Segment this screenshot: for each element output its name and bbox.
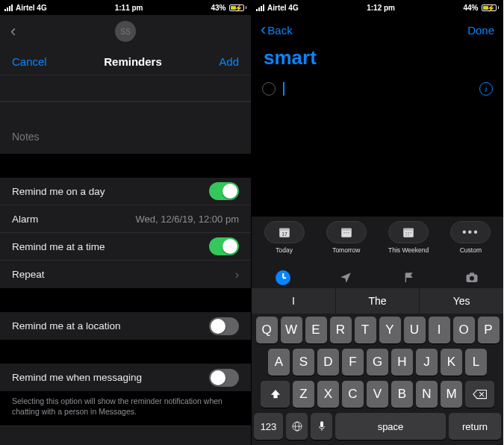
new-reminder-row[interactable]: i [252, 77, 503, 101]
key-f[interactable]: F [342, 349, 364, 376]
notes-field[interactable]: Notes [0, 102, 251, 154]
shift-icon [270, 388, 281, 400]
repeat-row[interactable]: Repeat › [0, 261, 251, 288]
title-field[interactable] [0, 75, 251, 102]
info-icon[interactable]: i [479, 82, 493, 96]
camera-icon [465, 272, 479, 284]
key-i[interactable]: I [429, 317, 450, 343]
remind-location-toggle[interactable] [209, 317, 239, 335]
reminder-checkbox[interactable] [262, 82, 276, 96]
globe-key[interactable] [286, 413, 308, 440]
location-attribute-button[interactable] [337, 270, 354, 286]
key-e[interactable]: E [305, 317, 327, 343]
screenshot-reminder-new: Airtel 4G 1:12 pm 44% ⚡ ‹ Back Done smar… [252, 0, 503, 445]
key-h[interactable]: H [391, 349, 413, 376]
text-cursor [283, 82, 284, 96]
flag-attribute-button[interactable] [401, 270, 417, 286]
alarm-row[interactable]: Alarm Wed, 12/6/19, 12:00 pm [0, 205, 251, 233]
key-t[interactable]: T [355, 317, 376, 343]
key-r[interactable]: R [330, 317, 352, 343]
back-chevron-icon[interactable]: ‹ [10, 22, 16, 41]
key-d[interactable]: D [317, 349, 339, 376]
messaging-footer-text: Selecting this option will show the remi… [0, 391, 251, 426]
key-s[interactable]: S [293, 349, 314, 376]
numbers-key[interactable]: 123 [254, 413, 283, 440]
keyboard-row-2: ASDFGHJKL [254, 349, 501, 376]
done-button[interactable]: Done [467, 24, 494, 37]
quick-today[interactable]: 17 Today [264, 221, 305, 254]
battery-icon: ⚡ [482, 4, 500, 11]
remind-messaging-row: Remind me when messaging [0, 364, 251, 391]
status-bar: Airtel 4G 1:11 pm 43% ⚡ [0, 0, 251, 15]
svg-point-13 [405, 234, 407, 236]
key-u[interactable]: U [404, 317, 426, 343]
key-c[interactable]: C [342, 381, 364, 408]
key-g[interactable]: G [367, 349, 388, 376]
key-m[interactable]: M [441, 381, 462, 408]
svg-rect-1 [279, 228, 290, 231]
remind-messaging-label: Remind me when messaging [12, 372, 142, 383]
key-a[interactable]: A [268, 349, 290, 376]
remind-messaging-toggle[interactable] [209, 369, 239, 387]
key-p[interactable]: P [478, 317, 500, 343]
key-n[interactable]: N [416, 381, 438, 408]
key-x[interactable]: X [317, 381, 339, 408]
key-v[interactable]: V [367, 381, 388, 408]
key-o[interactable]: O [453, 317, 475, 343]
key-q[interactable]: Q [256, 317, 278, 343]
add-button[interactable]: Add [219, 55, 239, 68]
suggestion-2[interactable]: The [336, 288, 420, 314]
svg-point-6 [346, 232, 347, 234]
header-area: ‹ SS [0, 15, 251, 48]
location-arrow-icon [339, 271, 352, 284]
calendar-today-icon: 17 [278, 225, 291, 239]
photo-attribute-button[interactable] [464, 270, 480, 286]
key-b[interactable]: B [391, 381, 413, 408]
key-k[interactable]: K [441, 349, 462, 376]
key-l[interactable]: L [465, 349, 487, 376]
key-z[interactable]: Z [293, 381, 314, 408]
clock-label: 1:11 pm [115, 4, 143, 12]
page-title: Reminders [104, 55, 162, 68]
suggestion-1[interactable]: I [252, 288, 336, 314]
shift-key[interactable] [261, 381, 290, 408]
return-key[interactable]: return [449, 413, 501, 440]
key-j[interactable]: J [416, 349, 438, 376]
remind-day-toggle[interactable] [209, 182, 239, 200]
remind-time-row: Remind me at a time [0, 233, 251, 261]
quick-date-bar: 17 Today Tomorrow This Weekend ••• Custo… [252, 217, 503, 267]
quick-custom[interactable]: ••• Custom [450, 221, 491, 254]
nav-bar: ‹ Back Done [252, 15, 503, 45]
svg-point-7 [348, 232, 349, 234]
keyboard-row-4: 123 space return [254, 413, 501, 440]
flag-icon [403, 272, 415, 284]
quick-tomorrow[interactable]: Tomorrow [326, 221, 367, 254]
svg-point-10 [405, 232, 407, 234]
back-button[interactable]: ‹ Back [261, 20, 293, 40]
svg-point-5 [343, 232, 345, 234]
svg-point-14 [408, 234, 409, 236]
suggestion-3[interactable]: Yes [420, 288, 503, 314]
quick-weekend[interactable]: This Weekend [388, 221, 429, 254]
time-attribute-button[interactable] [275, 270, 291, 286]
nav-bar: Cancel Reminders Add [0, 48, 251, 75]
clock-icon [276, 270, 290, 285]
remind-time-toggle[interactable] [209, 237, 239, 255]
key-y[interactable]: Y [379, 317, 401, 343]
remind-day-label: Remind me on a day [12, 186, 105, 197]
space-key[interactable]: space [335, 413, 446, 440]
status-bar: Airtel 4G 1:12 pm 44% ⚡ [252, 0, 503, 15]
keyboard-row-1: QWERTYUIOP [254, 317, 501, 343]
cancel-button[interactable]: Cancel [12, 55, 47, 68]
signal-icon [4, 4, 13, 11]
key-w[interactable]: W [281, 317, 302, 343]
carrier-label: Airtel 4G [267, 4, 299, 12]
globe-icon [291, 420, 303, 432]
backspace-key[interactable] [465, 381, 494, 408]
chevron-left-icon: ‹ [261, 20, 266, 40]
extra-row[interactable] [0, 426, 251, 445]
remind-location-row: Remind me at a location [0, 312, 251, 340]
avatar[interactable]: SS [115, 21, 136, 42]
dictation-key[interactable] [311, 413, 332, 440]
screenshot-reminder-details: Airtel 4G 1:11 pm 43% ⚡ ‹ SS Cancel Remi… [0, 0, 252, 445]
